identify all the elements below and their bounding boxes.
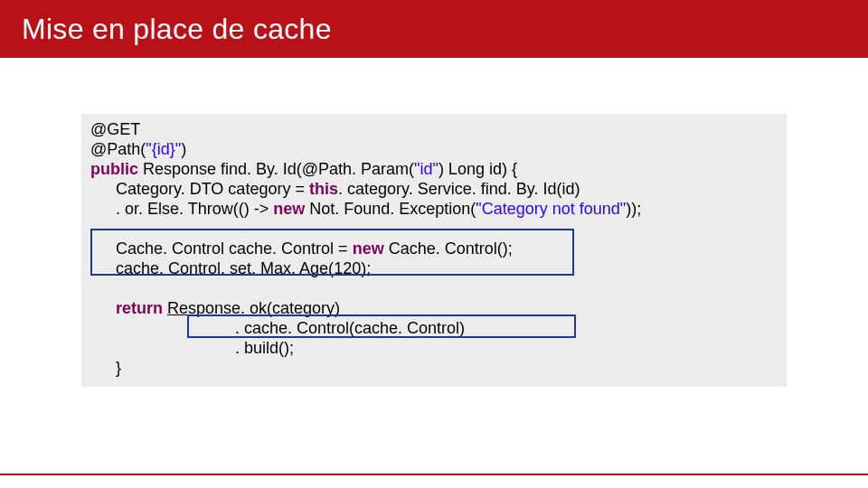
annotation: @GET [90, 120, 140, 138]
annotation: @Path [90, 140, 140, 158]
keyword: new [273, 200, 309, 218]
keyword: return [116, 299, 167, 317]
text: } [116, 359, 121, 377]
code-line: . build(); [90, 338, 778, 358]
text: ) Long id) { [439, 160, 517, 178]
string-literal: "Category not found" [476, 200, 626, 218]
code-line: @GET [90, 119, 778, 139]
keyword: public [90, 160, 143, 178]
code-line: } [90, 358, 778, 378]
code-line: . or. Else. Throw(() -> new Not. Found. … [90, 199, 778, 219]
highlight-box-cache-control [90, 229, 574, 276]
highlight-box-response-builder [187, 314, 576, 338]
text: . category. Service. find. By. Id(id) [338, 180, 580, 198]
string-literal: "{id}" [146, 140, 181, 158]
punct: ) [181, 140, 186, 158]
text: )); [626, 200, 641, 218]
slide-title: Mise en place de cache [22, 13, 332, 46]
blank-line [90, 278, 778, 298]
text: Response find. By. Id(@Path. Param( [143, 160, 414, 178]
text: Category. DTO category = [116, 180, 309, 198]
text: . build(); [235, 339, 294, 357]
text: Not. Found. Exception( [309, 200, 476, 218]
string-literal: "id" [414, 160, 439, 178]
code-line: @Path("{id}") [90, 139, 778, 159]
code-line: public Response find. By. Id(@Path. Para… [90, 159, 778, 179]
slide-header: Mise en place de cache [0, 0, 868, 58]
keyword: this [309, 180, 338, 198]
text: . or. Else. Throw(() -> [116, 200, 273, 218]
footer-divider [0, 474, 868, 475]
code-line: Category. DTO category = this. category.… [90, 179, 778, 199]
